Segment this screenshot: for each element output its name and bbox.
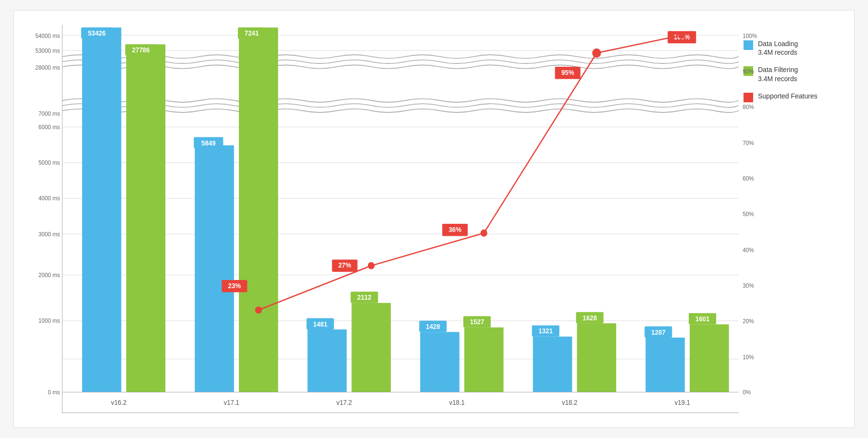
svg-text:10%: 10% [743, 353, 754, 360]
svg-text:20%: 20% [743, 318, 754, 325]
svg-text:1428: 1428 [426, 323, 440, 330]
legend-swatch-loading [744, 40, 753, 50]
svg-text:v18.2: v18.2 [562, 399, 577, 406]
svg-text:60%: 60% [743, 175, 754, 182]
svg-text:30%: 30% [743, 282, 754, 289]
plot-area: 53426 27786 5849 7241 [62, 25, 739, 413]
chart-svg: 53426 27786 5849 7241 [62, 25, 739, 413]
svg-text:6000 ms: 6000 ms [38, 123, 60, 130]
bar-v182-filtering [577, 323, 617, 392]
svg-text:90%: 90% [743, 68, 754, 75]
svg-text:1321: 1321 [539, 328, 553, 335]
bar-v172-filtering [352, 303, 391, 392]
svg-text:0 ms: 0 ms [48, 389, 60, 396]
svg-text:v17.2: v17.2 [336, 399, 352, 406]
svg-text:36%: 36% [448, 226, 461, 233]
svg-text:7241: 7241 [245, 30, 259, 37]
grid-and-bars: 53426 27786 5849 7241 [62, 25, 739, 413]
dot-v191 [679, 32, 685, 39]
legend-item-features: Supported Features [744, 92, 840, 102]
svg-text:53426: 53426 [88, 30, 106, 37]
svg-text:95%: 95% [561, 69, 574, 76]
chart-area: 53426 27786 5849 7241 [24, 25, 739, 413]
legend-text-features: Supported Features [758, 92, 818, 100]
svg-text:1481: 1481 [313, 320, 328, 328]
svg-text:1287: 1287 [651, 328, 665, 336]
features-line [259, 35, 682, 310]
dot-v172 [368, 262, 374, 269]
bar-v191-filtering [690, 324, 729, 392]
legend-item-loading: Data Loading 3.4M records [744, 39, 840, 57]
svg-text:v16.2: v16.2 [111, 399, 126, 406]
bar-v182-loading [533, 337, 572, 392]
svg-text:2112: 2112 [357, 294, 371, 301]
bar-v181-loading [420, 332, 459, 392]
legend-text-loading: Data Loading 3.4M records [758, 39, 798, 57]
svg-text:1527: 1527 [470, 318, 484, 326]
dot-v181 [481, 230, 487, 237]
dot-v182 [592, 49, 601, 58]
bar-v162-filtering [126, 44, 166, 392]
svg-text:27786: 27786 [132, 47, 150, 54]
svg-text:80%: 80% [743, 104, 754, 110]
bar-v191-loading [645, 338, 685, 392]
svg-text:40%: 40% [743, 246, 754, 253]
bar-v171-filtering [239, 27, 278, 392]
svg-text:1601: 1601 [695, 316, 710, 323]
chart-container: 53426 27786 5849 7241 [13, 10, 855, 428]
legend-text-filtering: Data Filtering 3.4M records [758, 65, 798, 83]
bar-v172-loading [308, 329, 347, 392]
svg-text:1628: 1628 [583, 315, 597, 322]
svg-text:5000 ms: 5000 ms [38, 159, 60, 166]
svg-text:100%: 100% [743, 32, 757, 39]
svg-text:54000 ms: 54000 ms [35, 32, 60, 39]
svg-text:53000 ms: 53000 ms [35, 48, 60, 54]
legend: Data Loading 3.4M records Data Filtering… [739, 30, 844, 413]
svg-text:3000 ms: 3000 ms [38, 231, 60, 237]
legend-item-filtering: Data Filtering 3.4M records [744, 65, 840, 83]
svg-text:5849: 5849 [201, 139, 216, 146]
y-axis-left [24, 25, 62, 413]
svg-text:70%: 70% [743, 139, 754, 146]
svg-text:4000 ms: 4000 ms [38, 195, 60, 202]
svg-text:28000 ms: 28000 ms [35, 64, 60, 71]
dot-v171 [255, 306, 262, 314]
svg-text:7000 ms: 7000 ms [38, 110, 60, 117]
svg-text:23%: 23% [228, 282, 241, 290]
svg-text:1000 ms: 1000 ms [38, 317, 60, 324]
svg-text:2000 ms: 2000 ms [38, 271, 60, 278]
svg-text:v17.1: v17.1 [224, 399, 239, 406]
svg-text:v19.1: v19.1 [675, 399, 690, 406]
svg-text:0%: 0% [743, 389, 751, 396]
legend-swatch-features [744, 93, 753, 102]
bar-v162-loading [82, 27, 122, 392]
svg-text:50%: 50% [743, 211, 754, 218]
chart-inner: 53426 27786 5849 7241 [24, 25, 739, 413]
svg-text:v18.1: v18.1 [449, 399, 465, 406]
bar-v171-loading [195, 146, 234, 392]
bar-v181-filtering [464, 328, 504, 392]
svg-text:27%: 27% [338, 262, 351, 269]
